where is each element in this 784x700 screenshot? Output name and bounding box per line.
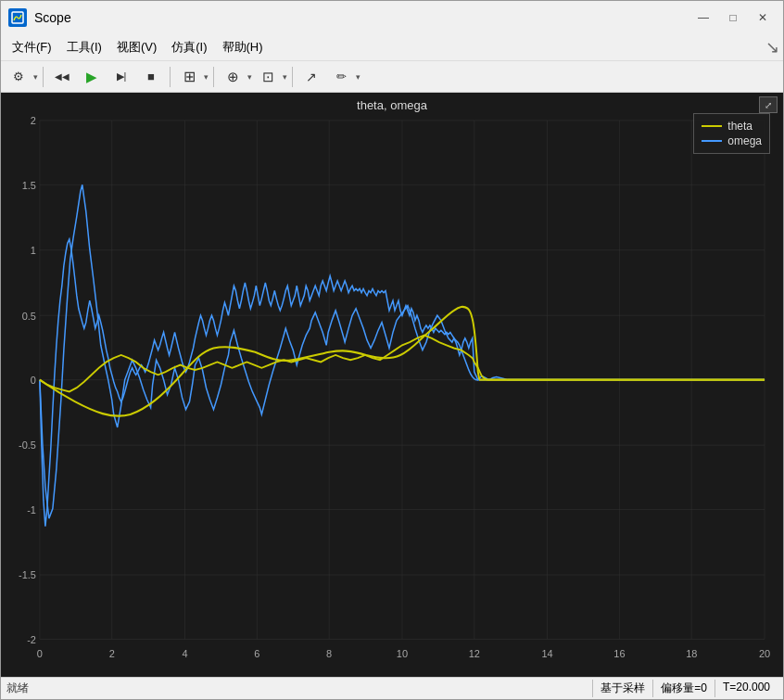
status-text: 就绪 bbox=[6, 681, 29, 696]
plot-title: theta, omega bbox=[1, 98, 783, 112]
menu-bar: 文件(F) 工具(I) 视图(V) 仿真(I) 帮助(H) ↘ bbox=[1, 34, 783, 61]
close-button[interactable]: ✕ bbox=[750, 7, 776, 28]
legend-omega: omega bbox=[702, 134, 762, 147]
svg-text:18: 18 bbox=[686, 647, 697, 658]
maximize-button[interactable]: □ bbox=[720, 7, 746, 28]
sep2 bbox=[170, 67, 171, 87]
svg-text:6: 6 bbox=[254, 647, 259, 658]
app-icon bbox=[8, 8, 27, 27]
settings-arrow[interactable]: ▾ bbox=[33, 72, 38, 82]
svg-text:0: 0 bbox=[37, 647, 43, 658]
fit-button[interactable]: ⊡ bbox=[254, 64, 282, 90]
play-button[interactable]: ▶ bbox=[78, 64, 106, 90]
omega-line-sample bbox=[702, 140, 722, 142]
sample-label: 基于采样 bbox=[592, 680, 652, 697]
svg-text:0: 0 bbox=[31, 375, 36, 386]
svg-text:2: 2 bbox=[31, 115, 36, 126]
legend-theta: theta bbox=[702, 120, 762, 133]
status-bar: 就绪 基于采样 偏移量=0 T=20.000 bbox=[1, 677, 783, 699]
zoom-in-button[interactable]: ⊕ bbox=[219, 64, 247, 90]
svg-text:0.5: 0.5 bbox=[22, 310, 36, 321]
stop-button[interactable]: ■ bbox=[137, 64, 165, 90]
step-button[interactable]: ▶| bbox=[107, 64, 135, 90]
svg-text:14: 14 bbox=[542, 647, 553, 658]
svg-text:12: 12 bbox=[469, 647, 480, 658]
export-arrow[interactable]: ▾ bbox=[204, 72, 209, 82]
measure-button[interactable]: ✏ bbox=[327, 64, 355, 90]
menu-tools[interactable]: 工具(I) bbox=[59, 36, 109, 58]
sep3 bbox=[213, 67, 214, 87]
settings-button[interactable]: ⚙ bbox=[5, 64, 32, 90]
svg-text:2: 2 bbox=[109, 647, 115, 658]
fit-arrow[interactable]: ▾ bbox=[283, 72, 287, 82]
omega-label: omega bbox=[727, 134, 762, 147]
fit-group: ⊡ ▾ bbox=[254, 64, 287, 90]
svg-text:-2: -2 bbox=[27, 633, 36, 644]
svg-text:-0.5: -0.5 bbox=[19, 439, 36, 451]
status-right: 基于采样 偏移量=0 T=20.000 bbox=[592, 680, 778, 697]
menu-file[interactable]: 文件(F) bbox=[5, 36, 59, 58]
settings-group: ⚙ ▾ bbox=[5, 64, 38, 90]
minimize-button[interactable]: — bbox=[690, 7, 716, 28]
svg-text:-1.5: -1.5 bbox=[19, 569, 36, 580]
legend: theta omega bbox=[693, 113, 770, 154]
rewind-button[interactable]: ◀◀ bbox=[48, 64, 76, 90]
svg-text:4: 4 bbox=[182, 647, 187, 658]
menu-help[interactable]: 帮助(H) bbox=[215, 36, 271, 58]
title-bar: Scope — □ ✕ bbox=[1, 1, 783, 34]
theta-line-sample bbox=[702, 125, 722, 127]
theta-label: theta bbox=[727, 120, 752, 133]
svg-text:16: 16 bbox=[613, 647, 625, 658]
export-button[interactable]: ⊞ bbox=[175, 64, 203, 90]
plot-area: theta, omega ⤢ theta omega bbox=[1, 93, 783, 677]
measure-arrow[interactable]: ▾ bbox=[356, 72, 360, 82]
svg-text:10: 10 bbox=[397, 647, 408, 658]
cursor-button[interactable]: ↗ bbox=[297, 64, 325, 90]
zoom-arrow[interactable]: ▾ bbox=[247, 72, 252, 82]
expand-button[interactable]: ⤢ bbox=[759, 96, 778, 113]
title-left: Scope bbox=[8, 8, 71, 27]
menu-sim[interactable]: 仿真(I) bbox=[164, 36, 214, 58]
toolbar: ⚙ ▾ ◀◀ ▶ ▶| ■ ⊞ ▾ ⊕ ▾ ⊡ ▾ ↗ ✏ ▾ bbox=[1, 61, 783, 93]
svg-text:1: 1 bbox=[31, 245, 36, 256]
main-window: Scope — □ ✕ 文件(F) 工具(I) 视图(V) 仿真(I) 帮助(H… bbox=[0, 0, 784, 700]
zoom-group: ⊕ ▾ bbox=[219, 64, 252, 90]
svg-text:20: 20 bbox=[759, 647, 770, 658]
plot-svg: 2 1.5 1 0.5 0 -0.5 -1 -1.5 -2 0 2 4 6 8 … bbox=[1, 93, 783, 677]
sep4 bbox=[292, 67, 293, 87]
undock-icon[interactable]: ↘ bbox=[765, 37, 779, 57]
sep1 bbox=[43, 67, 44, 87]
export-group: ⊞ ▾ bbox=[175, 64, 209, 90]
window-title: Scope bbox=[34, 10, 71, 25]
offset-label: 偏移量=0 bbox=[652, 680, 714, 697]
time-label: T=20.000 bbox=[714, 680, 778, 697]
svg-text:1.5: 1.5 bbox=[22, 179, 36, 190]
menu-view[interactable]: 视图(V) bbox=[109, 36, 164, 58]
svg-text:-1: -1 bbox=[27, 503, 36, 515]
svg-text:8: 8 bbox=[326, 647, 332, 658]
measure-group: ✏ ▾ bbox=[327, 64, 360, 90]
window-controls: — □ ✕ bbox=[690, 7, 776, 28]
